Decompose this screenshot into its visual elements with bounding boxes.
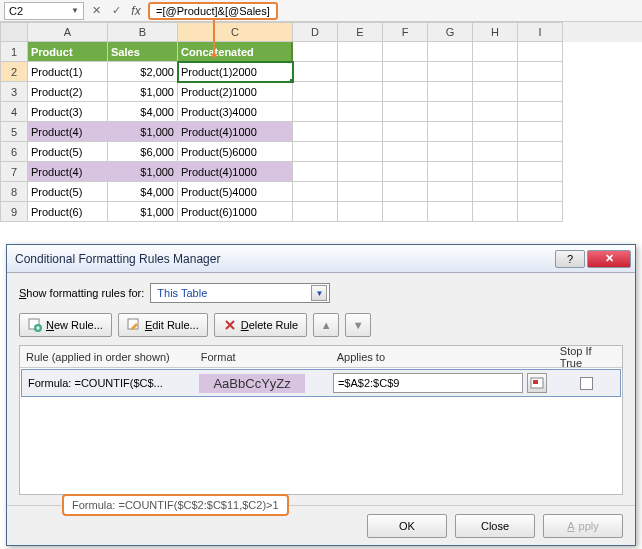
cell[interactable] — [383, 62, 428, 82]
help-icon[interactable]: ? — [555, 250, 585, 268]
cell[interactable] — [338, 162, 383, 182]
cell[interactable]: Product(1) — [28, 62, 108, 82]
cell[interactable] — [338, 42, 383, 62]
col-header-c[interactable]: C — [178, 22, 293, 42]
col-header-a[interactable]: A — [28, 22, 108, 42]
col-header-h[interactable]: H — [473, 22, 518, 42]
cell[interactable] — [473, 142, 518, 162]
title-bar[interactable]: Conditional Formatting Rules Manager ? ✕ — [7, 245, 635, 273]
cell[interactable] — [293, 82, 338, 102]
cell[interactable]: Product(2) — [28, 82, 108, 102]
header-cell[interactable]: Concatenated — [178, 42, 293, 62]
cancel-icon[interactable]: ✕ — [88, 3, 104, 19]
scope-combo[interactable]: This Table ▼ — [150, 283, 330, 303]
cell[interactable] — [428, 182, 473, 202]
cell[interactable]: Product(4)1000 — [178, 122, 293, 142]
stop-if-true-checkbox[interactable] — [580, 377, 593, 390]
cell[interactable]: $6,000 — [108, 142, 178, 162]
cell[interactable]: $1,000 — [108, 162, 178, 182]
cell[interactable] — [293, 42, 338, 62]
cell[interactable] — [473, 202, 518, 222]
cell[interactable] — [338, 82, 383, 102]
cell[interactable]: $1,000 — [108, 122, 178, 142]
cell[interactable] — [428, 122, 473, 142]
cell[interactable] — [383, 102, 428, 122]
cell[interactable] — [473, 122, 518, 142]
select-all-corner[interactable] — [0, 22, 28, 42]
col-header-b[interactable]: B — [108, 22, 178, 42]
cell[interactable] — [428, 62, 473, 82]
close-button[interactable]: Close — [455, 514, 535, 538]
move-down-button[interactable]: ▼ — [345, 313, 371, 337]
cell[interactable]: Product(6)1000 — [178, 202, 293, 222]
range-selector-icon[interactable] — [527, 373, 547, 393]
cell[interactable]: $1,000 — [108, 82, 178, 102]
col-header-d[interactable]: D — [293, 22, 338, 42]
cell[interactable] — [293, 182, 338, 202]
cell[interactable] — [338, 62, 383, 82]
cell[interactable]: Product(3)4000 — [178, 102, 293, 122]
row-header[interactable]: 3 — [0, 82, 28, 102]
cell[interactable] — [473, 42, 518, 62]
cell[interactable] — [338, 122, 383, 142]
cell[interactable]: Product(4) — [28, 122, 108, 142]
apply-button[interactable]: Apply — [543, 514, 623, 538]
row-header[interactable]: 5 — [0, 122, 28, 142]
cell[interactable] — [293, 122, 338, 142]
cell[interactable] — [428, 102, 473, 122]
cell[interactable] — [428, 42, 473, 62]
col-header-g[interactable]: G — [428, 22, 473, 42]
cell[interactable] — [293, 162, 338, 182]
cell[interactable] — [293, 62, 338, 82]
header-cell[interactable]: Sales — [108, 42, 178, 62]
cell[interactable] — [518, 62, 563, 82]
cell[interactable] — [428, 202, 473, 222]
cell[interactable] — [518, 122, 563, 142]
col-header-f[interactable]: F — [383, 22, 428, 42]
move-up-button[interactable]: ▲ — [313, 313, 339, 337]
cell[interactable] — [293, 142, 338, 162]
cell[interactable] — [473, 62, 518, 82]
cell[interactable] — [383, 122, 428, 142]
cell[interactable] — [518, 82, 563, 102]
cell[interactable] — [383, 42, 428, 62]
cell[interactable] — [428, 142, 473, 162]
cell[interactable] — [518, 102, 563, 122]
cell[interactable] — [428, 82, 473, 102]
chevron-down-icon[interactable]: ▼ — [71, 6, 79, 15]
delete-rule-button[interactable]: Delete Rule — [214, 313, 308, 337]
cell[interactable]: $4,000 — [108, 182, 178, 202]
cell[interactable] — [383, 162, 428, 182]
ok-button[interactable]: OK — [367, 514, 447, 538]
cell[interactable] — [383, 182, 428, 202]
header-cell[interactable]: Product — [28, 42, 108, 62]
cell[interactable]: Product(5)4000 — [178, 182, 293, 202]
cell[interactable] — [518, 162, 563, 182]
rule-row[interactable]: Formula: =COUNTIF($C$... AaBbCcYyZz =$A$… — [21, 369, 621, 397]
cell[interactable] — [473, 182, 518, 202]
active-cell[interactable]: Product(1)2000 — [178, 62, 293, 82]
cell[interactable] — [518, 142, 563, 162]
cell[interactable] — [518, 182, 563, 202]
col-header-e[interactable]: E — [338, 22, 383, 42]
cell[interactable] — [293, 202, 338, 222]
row-header[interactable]: 7 — [0, 162, 28, 182]
cell[interactable]: $4,000 — [108, 102, 178, 122]
cell[interactable] — [518, 202, 563, 222]
col-header-i[interactable]: I — [518, 22, 563, 42]
edit-rule-button[interactable]: Edit Rule... — [118, 313, 208, 337]
row-header[interactable]: 4 — [0, 102, 28, 122]
formula-input[interactable]: =[@Product]&[@Sales] — [148, 2, 278, 20]
cell[interactable] — [293, 102, 338, 122]
row-header[interactable]: 6 — [0, 142, 28, 162]
cell[interactable]: Product(3) — [28, 102, 108, 122]
row-header[interactable]: 9 — [0, 202, 28, 222]
cell[interactable] — [518, 42, 563, 62]
cell[interactable] — [383, 202, 428, 222]
cell[interactable] — [383, 82, 428, 102]
cell[interactable] — [338, 182, 383, 202]
fx-icon[interactable]: fx — [128, 3, 144, 19]
cell[interactable]: Product(5) — [28, 142, 108, 162]
cell[interactable]: Product(5)6000 — [178, 142, 293, 162]
cell[interactable] — [338, 102, 383, 122]
